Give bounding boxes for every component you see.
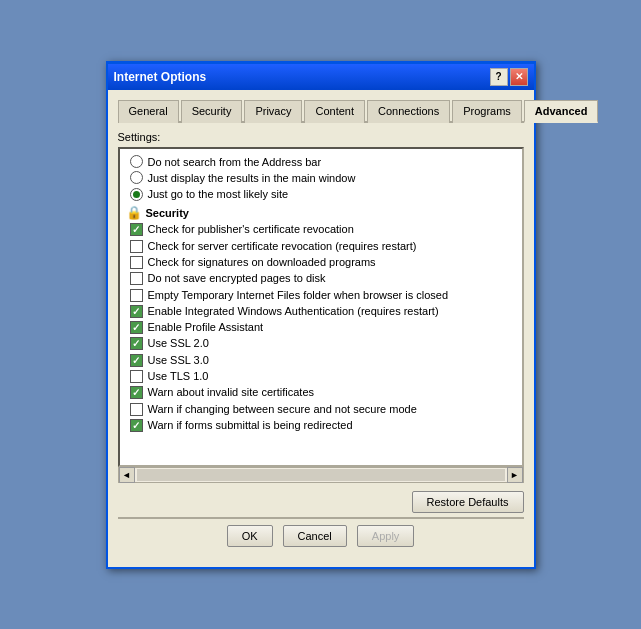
checkbox-item[interactable]: Check for signatures on downloaded progr… [126, 255, 518, 269]
tab-connections[interactable]: Connections [367, 100, 450, 123]
radio-checked[interactable] [130, 188, 143, 201]
title-bar-buttons: ? ✕ [490, 68, 528, 86]
ok-button[interactable]: OK [227, 525, 273, 547]
checkbox-item[interactable]: ✓ Use SSL 3.0 [126, 353, 518, 367]
restore-defaults-button[interactable]: Restore Defaults [412, 491, 524, 513]
checkbox-item[interactable]: Use TLS 1.0 [126, 369, 518, 383]
checkbox-label-10: Warn about invalid site certificates [148, 385, 315, 399]
tab-general[interactable]: General [118, 100, 179, 123]
checkbox-checked[interactable]: ✓ [130, 419, 143, 432]
checkbox-checked[interactable]: ✓ [130, 386, 143, 399]
checkbox-checked[interactable]: ✓ [130, 337, 143, 350]
checkbox-item[interactable]: Check for server certificate revocation … [126, 239, 518, 253]
horizontal-scrollbar[interactable] [137, 469, 505, 481]
apply-button[interactable]: Apply [357, 525, 415, 547]
checkbox-unchecked[interactable] [130, 370, 143, 383]
lock-icon: 🔒 [126, 205, 142, 220]
checkbox-item[interactable]: Warn if changing between secure and not … [126, 402, 518, 416]
help-button[interactable]: ? [490, 68, 508, 86]
tab-content[interactable]: Content [304, 100, 365, 123]
checkbox-item[interactable]: ✓ Enable Integrated Windows Authenticati… [126, 304, 518, 318]
scroll-left-button[interactable]: ◄ [119, 467, 135, 483]
checkbox-checked[interactable]: ✓ [130, 321, 143, 334]
checkbox-label-8: Use SSL 3.0 [148, 353, 209, 367]
tab-advanced[interactable]: Advanced [524, 100, 599, 123]
checkbox-label-11: Warn if changing between secure and not … [148, 402, 417, 416]
internet-options-dialog: Internet Options ? ✕ General Security Pr… [106, 61, 536, 569]
tab-security[interactable]: Security [181, 100, 243, 123]
settings-label: Settings: [118, 131, 524, 143]
checkbox-unchecked[interactable] [130, 403, 143, 416]
tab-privacy[interactable]: Privacy [244, 100, 302, 123]
checkbox-label-2: Check for signatures on downloaded progr… [148, 255, 376, 269]
checkbox-label-12: Warn if forms submittal is being redirec… [148, 418, 353, 432]
bottom-buttons: OK Cancel Apply [118, 525, 524, 557]
close-button[interactable]: ✕ [510, 68, 528, 86]
radio-label-2: Just go to the most likely site [148, 187, 289, 201]
checkbox-label-9: Use TLS 1.0 [148, 369, 209, 383]
checkbox-unchecked[interactable] [130, 289, 143, 302]
checkbox-checked[interactable]: ✓ [130, 354, 143, 367]
checkbox-label-7: Use SSL 2.0 [148, 336, 209, 350]
security-section-label: Security [146, 207, 189, 219]
restore-row: Restore Defaults [118, 491, 524, 513]
checkbox-label-4: Empty Temporary Internet Files folder wh… [148, 288, 449, 302]
checkbox-item[interactable]: ✓ Enable Profile Assistant [126, 320, 518, 334]
radio-item[interactable]: Just display the results in the main win… [126, 171, 518, 185]
radio-item[interactable]: Just go to the most likely site [126, 187, 518, 201]
checkbox-label-6: Enable Profile Assistant [148, 320, 264, 334]
radio-unchecked[interactable] [130, 155, 143, 168]
checkbox-label-1: Check for server certificate revocation … [148, 239, 417, 253]
checkbox-checked[interactable]: ✓ [130, 305, 143, 318]
checkbox-unchecked[interactable] [130, 272, 143, 285]
tab-programs[interactable]: Programs [452, 100, 522, 123]
radio-unchecked[interactable] [130, 171, 143, 184]
cancel-button[interactable]: Cancel [283, 525, 347, 547]
checkbox-unchecked[interactable] [130, 256, 143, 269]
checkbox-item[interactable]: ✓ Warn about invalid site certificates [126, 385, 518, 399]
checkbox-unchecked[interactable] [130, 240, 143, 253]
security-section-header: 🔒 Security [126, 205, 518, 220]
checkbox-item[interactable]: ✓ Warn if forms submittal is being redir… [126, 418, 518, 432]
checkbox-label-5: Enable Integrated Windows Authentication… [148, 304, 439, 318]
settings-box: Do not search from the Address bar Just … [118, 147, 524, 467]
checkbox-item[interactable]: ✓ Use SSL 2.0 [126, 336, 518, 350]
radio-label-0: Do not search from the Address bar [148, 155, 322, 169]
radio-label-1: Just display the results in the main win… [148, 171, 356, 185]
checkbox-label-3: Do not save encrypted pages to disk [148, 271, 326, 285]
settings-content[interactable]: Do not search from the Address bar Just … [120, 149, 522, 465]
checkbox-item[interactable]: Empty Temporary Internet Files folder wh… [126, 288, 518, 302]
title-bar: Internet Options ? ✕ [108, 64, 534, 90]
checkbox-item[interactable]: ✓ Check for publisher's certificate revo… [126, 222, 518, 236]
dialog-title: Internet Options [114, 70, 207, 84]
checkbox-checked[interactable]: ✓ [130, 223, 143, 236]
checkbox-item[interactable]: Do not save encrypted pages to disk [126, 271, 518, 285]
tab-bar: General Security Privacy Content Connect… [118, 98, 524, 123]
radio-item[interactable]: Do not search from the Address bar [126, 155, 518, 169]
checkbox-label-0: Check for publisher's certificate revoca… [148, 222, 354, 236]
dialog-body: General Security Privacy Content Connect… [108, 90, 534, 567]
scroll-right-button[interactable]: ► [507, 467, 523, 483]
